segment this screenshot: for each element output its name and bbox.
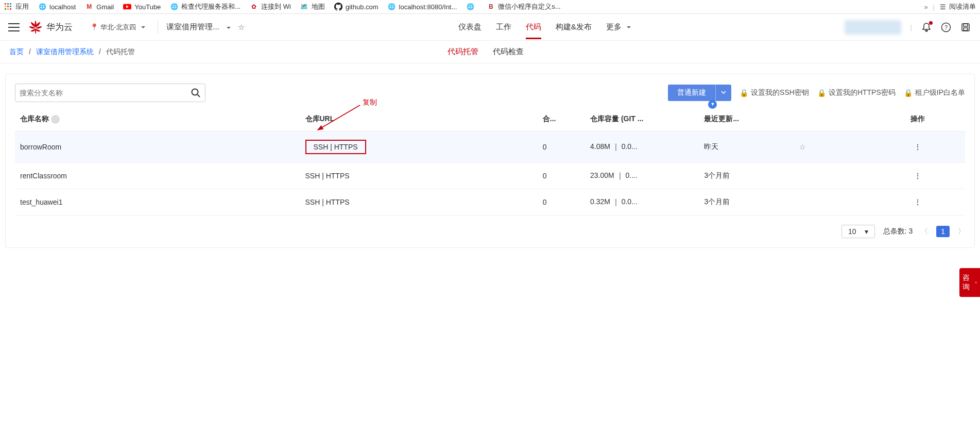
gmail-icon: M: [85, 3, 93, 11]
huawei-icon: ✿: [250, 3, 258, 11]
svg-rect-8: [10, 8, 11, 10]
bookmark-gmail[interactable]: MGmail: [85, 3, 114, 11]
bookmark-wechat[interactable]: B微信小程序自定义s...: [487, 2, 560, 11]
huawei-logo-icon: [28, 20, 43, 35]
search-box[interactable]: [15, 84, 205, 102]
size-cell: 23.00M ｜ 0....: [585, 163, 699, 189]
col-merge[interactable]: 合...: [538, 107, 585, 131]
search-input[interactable]: [20, 89, 191, 97]
bookmark-localhost8080[interactable]: 🌐localhost:8080/Int...: [388, 3, 457, 11]
subtab-code-check[interactable]: 代码检查: [493, 47, 524, 57]
table-row[interactable]: test_huawei1 SSH | HTTPS 0 0.32M ｜ 0.0..…: [15, 189, 965, 216]
page-number[interactable]: 1: [936, 226, 950, 237]
prev-page-button[interactable]: 〈: [921, 227, 928, 236]
table-row[interactable]: rentClassroom SSH | HTTPS 0 23.00M ｜ 0..…: [15, 163, 965, 189]
chevron-down-icon: [721, 91, 726, 95]
bookmark-map[interactable]: 🗺️地图: [300, 2, 325, 11]
caret-down-icon: ▾: [865, 227, 868, 236]
breadcrumb-project[interactable]: 课室借用管理系统: [36, 47, 94, 57]
globe-icon: 🌐: [38, 3, 46, 11]
sub-bar: 首页 / 课室借用管理系统 / 代码托管 代码托管 代码检查: [0, 41, 980, 63]
repo-name-cell[interactable]: test_huawei1: [15, 189, 300, 216]
table-row[interactable]: borrowRoom SSH | HTTPS 0 4.08M ｜ 0.0... …: [15, 131, 965, 163]
save-workspace-button[interactable]: [960, 22, 971, 32]
caret-down-icon: [624, 22, 631, 31]
pagination: 10 ▾ 总条数: 3 〈 1 〉: [15, 225, 965, 238]
clone-url-cell[interactable]: SSH | HTTPS: [305, 140, 366, 154]
sort-icon[interactable]: [51, 115, 60, 124]
clone-url-cell[interactable]: SSH | HTTPS: [305, 198, 350, 206]
row-more-button[interactable]: ⋮: [870, 131, 965, 163]
next-page-button[interactable]: 〉: [958, 227, 965, 236]
subtab-code-hosting[interactable]: 代码托管: [448, 47, 478, 57]
help-icon: ?: [941, 22, 951, 32]
breadcrumb-home[interactable]: 首页: [9, 47, 24, 57]
brand[interactable]: 华为云: [24, 20, 77, 35]
sort-active-icon[interactable]: ▼: [708, 100, 717, 109]
globe-icon: 🌐: [388, 3, 396, 11]
ip-whitelist-link[interactable]: 🔒 租户级IP白名单: [904, 88, 965, 97]
merge-count-cell: 0: [538, 163, 585, 189]
row-more-button[interactable]: ⋮: [870, 189, 965, 216]
set-https-pwd-link[interactable]: 🔒 设置我的HTTPS密码: [817, 88, 896, 97]
main-tabs: 仪表盘 工作 代码 构建&发布 更多: [458, 15, 631, 39]
repo-name-cell[interactable]: rentClassroom: [15, 163, 300, 189]
star-icon[interactable]: ☆: [238, 23, 245, 32]
tab-build-release[interactable]: 构建&发布: [556, 15, 592, 39]
repo-name-cell[interactable]: borrowRoom: [15, 131, 300, 163]
region-selector[interactable]: 📍 华北-北京四: [86, 21, 149, 34]
bookmark-wifi[interactable]: ✿连接到 Wi: [250, 2, 291, 11]
svg-rect-6: [5, 8, 6, 10]
tab-dashboard[interactable]: 仪表盘: [458, 15, 482, 39]
apps-button[interactable]: 应用: [4, 2, 29, 11]
reading-list-button[interactable]: ☰ 阅读清单: [940, 2, 976, 11]
tab-more[interactable]: 更多: [606, 15, 631, 39]
top-nav: 华为云 📍 华北-北京四 课室借用管理... ☆ 仪表盘 工作 代码 构建&发布…: [0, 14, 980, 41]
hamburger-icon: [8, 23, 20, 31]
col-updated[interactable]: ▼最近更新...: [699, 107, 794, 131]
brand-text: 华为云: [46, 21, 73, 33]
svg-rect-7: [7, 8, 9, 10]
star-button[interactable]: ☆: [794, 131, 870, 163]
col-name[interactable]: 仓库名称: [15, 107, 300, 131]
nav-right: | ?: [845, 20, 976, 35]
svg-rect-4: [7, 6, 9, 7]
disk-icon: [960, 22, 971, 32]
bookmark-youtube[interactable]: YouTube: [123, 3, 161, 11]
create-button[interactable]: 普通新建: [668, 85, 715, 101]
size-cell: 4.08M ｜ 0.0...: [585, 131, 699, 163]
svg-text:?: ?: [944, 24, 948, 30]
col-url[interactable]: 仓库URL: [300, 107, 538, 131]
breadcrumb: 首页 / 课室借用管理系统 / 代码托管: [9, 47, 135, 57]
project-selector[interactable]: 课室借用管理... ☆: [166, 22, 245, 32]
github-icon: [334, 3, 342, 11]
svg-rect-2: [10, 3, 11, 5]
apps-label: 应用: [15, 2, 29, 11]
menu-toggle[interactable]: [4, 23, 24, 31]
repo-table: 仓库名称 仓库URL 合... 仓库容量 (GIT ... ▼最近更新... 操…: [15, 107, 965, 216]
tab-work[interactable]: 工作: [496, 15, 511, 39]
bookmark-blank[interactable]: 🌐: [466, 3, 477, 11]
create-dropdown-button[interactable]: [715, 85, 731, 101]
caret-down-icon: [223, 23, 231, 31]
tab-code[interactable]: 代码: [526, 15, 541, 39]
bookmark-localhost[interactable]: 🌐localhost: [38, 3, 76, 11]
bookmark-github[interactable]: github.com: [334, 3, 379, 11]
bookmark-proxy[interactable]: 🌐检查代理服务器和...: [170, 2, 240, 11]
updated-cell: 3个月前: [699, 163, 794, 189]
bookmarks-overflow[interactable]: »: [924, 3, 927, 11]
lock-icon: 🔒: [740, 89, 748, 97]
search-icon[interactable]: [191, 88, 201, 98]
notification-dot-icon: [929, 21, 933, 25]
svg-rect-5: [10, 6, 11, 7]
sub-tabs: 代码托管 代码检查: [448, 47, 524, 57]
caret-down-icon: [138, 23, 145, 31]
row-more-button[interactable]: ⋮: [870, 163, 965, 189]
clone-url-cell[interactable]: SSH | HTTPS: [305, 172, 350, 180]
page-size-selector[interactable]: 10 ▾: [841, 225, 875, 238]
set-ssh-key-link[interactable]: 🔒 设置我的SSH密钥: [740, 88, 809, 97]
help-button[interactable]: ?: [941, 22, 951, 32]
col-size[interactable]: 仓库容量 (GIT ...: [585, 107, 699, 131]
user-badge[interactable]: [845, 20, 901, 35]
notifications-button[interactable]: [921, 22, 932, 32]
